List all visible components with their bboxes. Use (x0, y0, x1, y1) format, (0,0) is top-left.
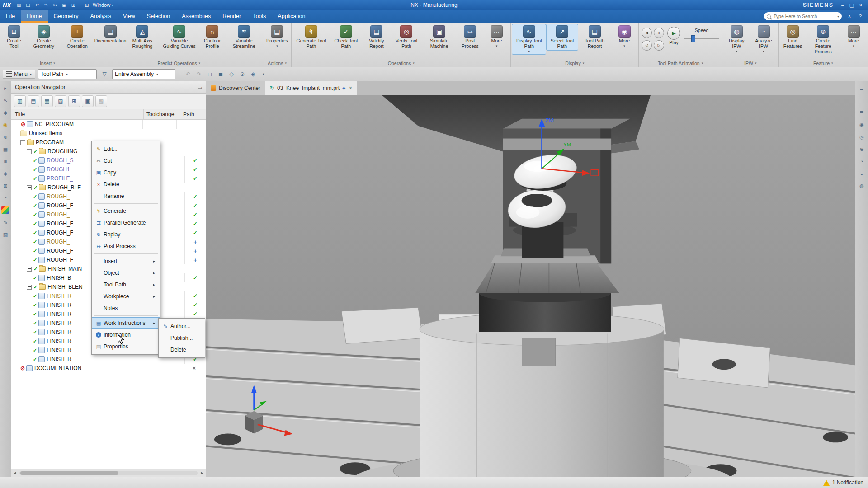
selection-filter-edit-icon[interactable]: ▽ (99, 69, 109, 79)
roles-tab-icon[interactable]: ◍ (858, 182, 866, 190)
context-menu-item-work-instructions[interactable]: ▤Work Instructions (92, 317, 160, 329)
context-menu-item-delete[interactable]: ×Delete (92, 178, 160, 190)
operation-navigator-header[interactable]: Operation Navigator (11, 81, 206, 94)
find-object-icon[interactable]: ▥ (14, 95, 26, 107)
snap-point-icon[interactable]: ⊙ (237, 69, 247, 79)
3d-viewport[interactable]: ZM YM (206, 95, 855, 477)
global-search[interactable]: ▾ (764, 12, 842, 20)
scroll-left-icon[interactable]: ◀ (11, 469, 19, 477)
geometry-icon[interactable]: ◈ (1, 169, 9, 178)
pin-icon[interactable]: ◆ (342, 86, 345, 90)
hand-tool-icon[interactable]: ▦ (1, 145, 9, 153)
context-menu-item-tool-path[interactable]: Tool Path (92, 279, 160, 291)
context-menu-item-workpiece[interactable]: Workpiece (92, 291, 160, 302)
selection-scope-combo[interactable]: Entire Assembly (112, 69, 175, 79)
ribbon-button-contour-profile[interactable]: ∩Contour Profile (198, 24, 226, 51)
context-menu-item-object[interactable]: Object (92, 267, 160, 279)
context-menu-item-generate[interactable]: ↯Generate (92, 205, 160, 217)
tree-row-nc-program[interactable]: ⊘NC_PROGRAM (11, 120, 206, 129)
group-dialog-caret-icon[interactable]: ▾ (583, 61, 585, 65)
tree-column-headers[interactable]: Title Toolchange Path (11, 109, 206, 120)
process-studio-tab-icon[interactable]: ◒ (858, 169, 866, 178)
show-hide-icon[interactable]: ◐ (259, 69, 269, 79)
ribbon-button-display-tool-path[interactable]: ∿Display Tool Path▾ (512, 24, 546, 55)
ribbon-button-documentation[interactable]: ▤Documentation (96, 24, 125, 45)
grid-icon[interactable]: ⊞ (1, 182, 9, 190)
ribbon-button-select-tool-path[interactable]: ↗Select Tool Path (546, 24, 578, 51)
tree-expander-icon[interactable] (27, 285, 32, 290)
minimize-button[interactable]: – (838, 1, 847, 9)
crosshair-icon[interactable]: ⊕ (1, 133, 9, 141)
maximize-button[interactable]: ▢ (847, 1, 856, 9)
history-tab-icon[interactable]: ◔ (858, 157, 866, 165)
group-dialog-caret-icon[interactable]: ▾ (831, 61, 833, 65)
ribbon-button-simulate-machine[interactable]: ▣Simulate Machine (422, 24, 457, 51)
context-menu-item-edit[interactable]: ✎Edit... (92, 143, 160, 155)
tree-expander-icon[interactable] (20, 140, 25, 145)
animation-pause-button[interactable]: ‖ (654, 28, 664, 38)
tree-expander-icon[interactable] (27, 267, 32, 272)
ribbon-tab-home[interactable]: Home (21, 10, 47, 23)
ribbon-tab-assemblies[interactable]: Assemblies (176, 10, 217, 23)
group-dialog-caret-icon[interactable]: ▾ (53, 61, 55, 65)
ribbon-tab-application[interactable]: Application (272, 10, 311, 23)
ribbon-button-create-feature-process[interactable]: ⊕Create Feature Process (806, 24, 841, 56)
expand-all-icon[interactable]: ▣ (82, 95, 94, 107)
context-menu-item-cut[interactable]: ✂Cut (92, 155, 160, 167)
bell-icon[interactable]: ◉ (1, 121, 9, 129)
group-dialog-caret-icon[interactable]: ▾ (413, 61, 415, 65)
tree-row-unused-items[interactable]: Unused Items (11, 129, 206, 138)
animation-step-backward-button[interactable]: ◁ (642, 40, 652, 51)
column-header-toolchange[interactable]: Toolchange (143, 109, 180, 119)
ribbon-button-post-process[interactable]: ↦Post Process (457, 24, 483, 51)
scrollbar-track[interactable] (19, 471, 198, 475)
cut-icon[interactable]: ✂ (51, 1, 59, 9)
assembly-navigator-tab-icon[interactable]: ≣ (858, 84, 866, 92)
resource-expand-icon[interactable]: ▸ (1, 84, 9, 92)
group-dialog-caret-icon[interactable]: ▾ (702, 61, 703, 65)
paste-icon[interactable]: ⊞ (69, 1, 77, 9)
group-dialog-caret-icon[interactable]: ▾ (199, 61, 201, 65)
tree-row-documentation[interactable]: ⊘DOCUMENTATION× (11, 364, 206, 373)
notification-area[interactable]: ! 1 Notification (823, 479, 863, 486)
collapse-ribbon-icon[interactable]: ∧ (845, 12, 854, 20)
speed-slider-thumb[interactable] (691, 35, 695, 42)
list-icon[interactable]: ≡ (1, 157, 9, 165)
ribbon-button-validity-report[interactable]: ▤Validity Report (362, 24, 391, 51)
datum-plane-icon[interactable]: ◇ (226, 69, 236, 79)
ribbon-tab-geometry[interactable]: Geometry (48, 10, 85, 23)
assembly-constraints-icon[interactable]: ◈ (248, 69, 258, 79)
scroll-right-icon[interactable]: ▶ (198, 469, 206, 477)
color-palette-icon[interactable] (1, 206, 9, 214)
help-icon[interactable]: ? (856, 12, 864, 20)
reuse-library-tab-icon[interactable]: ◉ (858, 121, 866, 129)
column-header-path[interactable]: Path (180, 109, 205, 119)
tree-expander-icon[interactable] (27, 149, 32, 154)
print-icon[interactable]: ▤ (24, 1, 32, 9)
layers-icon[interactable]: ▧ (1, 230, 9, 239)
quick-pick-icon[interactable]: ◆ (1, 108, 9, 117)
group-dialog-caret-icon[interactable]: ▾ (285, 61, 287, 65)
animation-play-button[interactable]: ▶Play (667, 27, 680, 45)
ribbon-button-properties[interactable]: ▤Properties▾ (264, 24, 290, 49)
redo-icon[interactable]: ↷ (42, 1, 50, 9)
ribbon-button-create-operation[interactable]: +Create Operation (61, 24, 94, 51)
context-menu-item-properties[interactable]: ▤Properties (92, 341, 160, 352)
window-menu[interactable]: ⊞ Window (80, 1, 115, 9)
save-icon[interactable]: ▦ (15, 1, 23, 9)
tab-close-icon[interactable]: × (349, 85, 352, 91)
constraint-navigator-tab-icon[interactable]: ≣ (858, 96, 866, 104)
scrollbar-thumb[interactable] (20, 471, 118, 475)
navigator-horizontal-scrollbar[interactable]: ◀ ▶ (11, 469, 206, 477)
machine-tool-view-icon[interactable]: ▦ (41, 95, 53, 107)
search-dropdown-icon[interactable]: ▾ (837, 14, 839, 19)
copy-icon[interactable]: ▣ (60, 1, 68, 9)
annotation-edit-icon[interactable]: ✎ (1, 218, 9, 226)
submenu-item-delete[interactable]: Delete (159, 344, 205, 356)
tree-expander-icon[interactable] (14, 122, 19, 127)
ribbon-button-variable-streamline[interactable]: ≋Variable Streamline (226, 24, 262, 51)
selection-arrow-icon[interactable]: ↖ (1, 96, 9, 104)
ribbon-button-multi-axis-roughing[interactable]: ◭Multi Axis Roughing (124, 24, 160, 51)
submenu-item-publish[interactable]: Publish... (159, 332, 205, 344)
ribbon-button-more[interactable]: ⋯More▾ (840, 24, 867, 49)
